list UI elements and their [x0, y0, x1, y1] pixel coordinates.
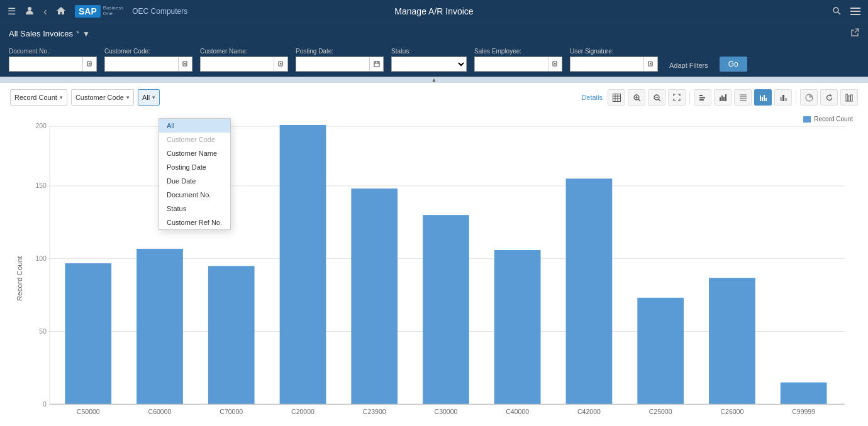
posting-date-icon[interactable] [369, 57, 383, 71]
dropdown-item-due_date[interactable]: Due Date [159, 174, 230, 188]
view-title-text: All Sales Invoices [9, 29, 73, 38]
details-label[interactable]: Details [581, 94, 603, 101]
table-view-icon[interactable] [608, 89, 625, 106]
document-no-input[interactable] [9, 57, 82, 71]
dimension-filter-value: All [142, 94, 150, 101]
bar-C70000[interactable] [208, 266, 255, 404]
svg-rect-56 [845, 94, 847, 101]
dropdown-item-customer_ref_no[interactable]: Customer Ref No. [159, 216, 230, 229]
toolbar-separator-1 [689, 91, 690, 104]
filter-customer-name: Customer Name: [200, 48, 288, 72]
user-signature-icon[interactable] [643, 57, 657, 71]
svg-rect-51 [765, 98, 767, 101]
user-icon[interactable] [25, 6, 35, 18]
svg-text:200: 200 [35, 122, 47, 129]
chevron-down-icon[interactable]: ▼ [82, 30, 90, 38]
bar-C50000[interactable] [65, 263, 111, 404]
zoom-in-icon[interactable] [628, 89, 645, 106]
filter-document-no: Document No.: [9, 48, 97, 72]
dropdown-item-customer_code: Customer Code [159, 133, 230, 146]
svg-rect-38 [699, 97, 705, 98]
customer-code-input[interactable] [105, 57, 178, 71]
posting-date-input[interactable] [296, 57, 369, 71]
company-name: OEC Computers [132, 7, 187, 16]
user-signature-input[interactable] [570, 57, 643, 71]
list-chart-icon[interactable] [734, 89, 752, 106]
sales-employee-input[interactable] [475, 57, 548, 71]
refresh-icon[interactable] [820, 89, 838, 106]
customer-name-icon[interactable] [274, 57, 287, 71]
svg-rect-25 [613, 94, 620, 101]
top-nav: ☰ ‹ SAP BusinessOne OEC Computers Manage… [0, 0, 868, 23]
filter-sales-employee: Sales Employee: [474, 48, 562, 72]
svg-text:C99999: C99999 [792, 408, 815, 415]
search-icon[interactable] [832, 6, 842, 18]
svg-text:C60000: C60000 [148, 408, 172, 415]
svg-rect-15 [374, 62, 379, 67]
user-signature-label: User Signature: [570, 48, 658, 55]
go-button[interactable]: Go [720, 57, 747, 72]
dropdown-item-all[interactable]: All [159, 119, 230, 133]
bar-C42000[interactable] [566, 178, 613, 404]
dimension-filter-dropdown-trigger[interactable]: All ▾ [138, 89, 160, 106]
column-chart-icon[interactable] [774, 89, 792, 106]
document-no-icon[interactable] [82, 57, 96, 71]
back-icon[interactable]: ‹ [43, 5, 47, 18]
sales-employee-label: Sales Employee: [474, 48, 562, 55]
svg-text:0: 0 [43, 400, 47, 408]
document-no-label: Document No.: [9, 48, 97, 55]
view-title[interactable]: All Sales Invoices * ▼ [9, 29, 90, 38]
dropdown-item-document_no[interactable]: Document No. [159, 188, 230, 202]
filter-bar: Document No.: Customer Code: Customer Na… [0, 44, 868, 77]
svg-text:C20000: C20000 [291, 408, 314, 415]
status-select[interactable] [392, 57, 466, 71]
sap-logo: SAP BusinessOne [75, 5, 123, 18]
bar-C99999[interactable] [781, 383, 827, 405]
dropdown-item-customer_name[interactable]: Customer Name [159, 146, 230, 160]
svg-text:C50000: C50000 [77, 408, 100, 415]
customer-code-icon[interactable] [178, 57, 192, 71]
page-title: Manage A/R Invoice [394, 6, 473, 16]
svg-rect-54 [785, 98, 787, 101]
settings-icon[interactable] [840, 89, 858, 106]
measure-select[interactable]: Record Count ▾ [10, 89, 67, 106]
dimension-label: Customer Code [75, 94, 124, 101]
bar-C25000[interactable] [637, 298, 684, 405]
bar-C30000[interactable] [423, 215, 469, 404]
bar-C26000[interactable] [709, 278, 755, 404]
export-icon[interactable] [850, 28, 859, 39]
bar-C23900[interactable] [351, 188, 398, 404]
chart-toolbar-right: Details [581, 89, 858, 106]
svg-rect-52 [780, 97, 782, 101]
svg-rect-4 [850, 11, 860, 12]
dimension-select[interactable]: Customer Code ▾ [71, 89, 134, 106]
filter-collapse-bar[interactable]: ▲ [0, 77, 868, 83]
filter-posting-date: Posting Date: [296, 48, 384, 72]
bar-chart-icon[interactable] [714, 89, 732, 106]
pie-chart-icon[interactable] [800, 89, 818, 106]
dropdown-item-posting_date[interactable]: Posting Date [159, 160, 230, 174]
list-view-icon[interactable] [850, 6, 860, 17]
nav-right [832, 6, 860, 18]
filter-status: Status: [391, 48, 467, 72]
menu-icon[interactable]: ☰ [8, 6, 16, 17]
stacked-bar-icon[interactable] [754, 89, 772, 106]
customer-name-input[interactable] [201, 57, 274, 71]
home-icon[interactable] [56, 6, 66, 18]
zoom-out-icon[interactable] [648, 89, 665, 106]
sales-employee-icon[interactable] [548, 57, 562, 71]
sap-logo-box: SAP [75, 5, 101, 18]
svg-text:100: 100 [35, 254, 47, 262]
bar-C60000[interactable] [136, 249, 183, 404]
bar-C20000[interactable] [280, 125, 326, 404]
svg-rect-37 [699, 95, 703, 96]
bar-C40000[interactable] [494, 250, 541, 404]
bar-chart-horizontal-icon[interactable] [694, 89, 711, 106]
svg-rect-53 [782, 95, 784, 101]
nav-left: ☰ ‹ SAP BusinessOne OEC Computers [8, 5, 187, 18]
expand-icon[interactable] [668, 89, 686, 106]
dropdown-item-status[interactable]: Status [159, 202, 230, 216]
customer-name-label: Customer Name: [200, 48, 288, 55]
svg-point-0 [28, 7, 31, 11]
adapt-filters-button[interactable]: Adapt Filters [665, 59, 712, 72]
